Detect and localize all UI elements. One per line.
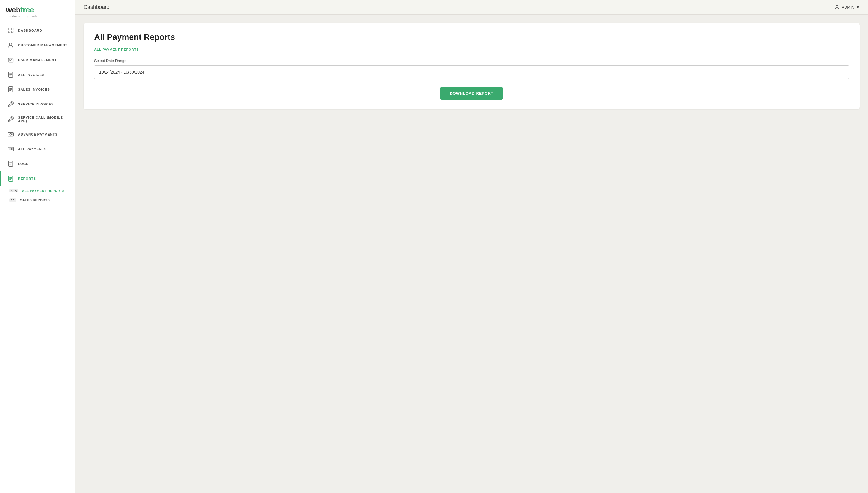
dashboard-icon [7,27,14,34]
svg-rect-1 [11,28,13,30]
svg-rect-16 [8,132,13,136]
all-payments-icon [7,146,14,152]
service-invoice-icon [7,101,14,107]
topbar: Dashboard ADMIN ▼ [75,0,868,15]
sidebar-sublabel-sr: SALES REPORTS [20,198,50,202]
sidebar-label-user: USER MANAGEMENT [18,58,57,62]
section-label: ALL PAYMENT REPORTS [94,48,849,51]
sidebar-item-user-management[interactable]: USER MANAGEMENT [0,52,75,67]
sub-badge-sr: SR [9,198,16,202]
invoice-icon [7,71,14,78]
download-report-button[interactable]: DOWNLOAD REPORT [440,87,503,100]
download-row: DOWNLOAD REPORT [94,87,849,100]
sidebar-label-reports: REPORTS [18,177,36,180]
svg-point-4 [9,43,12,45]
sidebar-subitem-all-payment-reports[interactable]: APR ALL PAYMENT REPORTS [0,186,75,195]
sidebar-item-service-call[interactable]: SERVICE CALL (MOBILE APP) [0,112,75,127]
card-title: All Payment Reports [94,33,849,42]
svg-point-17 [10,133,12,135]
svg-rect-3 [11,31,13,33]
logo-text: webtree [6,5,34,15]
sidebar-item-all-payments[interactable]: ALL PAYMENTS [0,142,75,156]
customer-icon [7,42,14,48]
logo-tagline: accelerating growth [6,15,69,18]
svg-rect-2 [8,31,10,33]
sidebar-label-sales-invoices: SALES INVOICES [18,88,50,91]
sidebar-label-all-invoices: ALL INVOICES [18,73,45,77]
sidebar-label-customer: CUSTOMER MANAGEMENT [18,43,68,47]
sidebar-label-all-payments: ALL PAYMENTS [18,147,47,151]
sidebar-item-reports[interactable]: REPORTS [0,171,75,186]
form-section: Select Date Range [94,59,849,79]
logo-highlight: tree [20,5,34,14]
svg-point-19 [10,148,12,150]
svg-rect-18 [8,147,13,151]
date-range-label: Select Date Range [94,59,849,63]
admin-label: ADMIN [842,5,854,9]
sidebar-label-advance-payments: ADVANCE PAYMENTS [18,132,58,136]
sidebar-item-dashboard[interactable]: DASHBOARD [0,23,75,38]
svg-rect-5 [8,59,13,62]
admin-caret-icon: ▼ [856,5,860,9]
sidebar-item-all-invoices[interactable]: ALL INVOICES [0,67,75,82]
admin-icon [834,4,840,10]
main-area: Dashboard ADMIN ▼ All Payment Reports AL… [75,0,868,493]
date-range-input[interactable] [94,65,849,79]
admin-menu[interactable]: ADMIN ▼ [834,4,860,10]
sidebar-item-service-invoices[interactable]: SERVICE INVOICES [0,97,75,112]
content-area: All Payment Reports ALL PAYMENT REPORTS … [75,15,868,493]
sales-invoice-icon [7,86,14,93]
payment-reports-card: All Payment Reports ALL PAYMENT REPORTS … [84,23,860,109]
sidebar-label-logs: LOGS [18,162,29,166]
svg-rect-0 [8,28,10,30]
sidebar-sublabel-apr: ALL PAYMENT REPORTS [22,189,65,192]
sidebar-label-service-invoices: SERVICE INVOICES [18,103,54,106]
svg-point-28 [836,5,838,7]
topbar-title: Dashboard [84,4,110,10]
sidebar-item-sales-invoices[interactable]: SALES INVOICES [0,82,75,97]
service-call-icon [7,116,14,123]
sidebar-subitem-sales-reports[interactable]: SR SALES REPORTS [0,195,75,205]
logs-icon [7,160,14,167]
sidebar: webtree accelerating growth DASHBOARD CU… [0,0,75,493]
user-icon [7,57,14,63]
sidebar-label-service-call: SERVICE CALL (MOBILE APP) [18,116,68,123]
logo-area: webtree accelerating growth [0,0,75,23]
sub-badge-apr: APR [9,189,18,192]
advance-payments-icon [7,131,14,137]
sidebar-item-logs[interactable]: LOGS [0,156,75,171]
sidebar-label-dashboard: DASHBOARD [18,29,42,32]
sidebar-item-advance-payments[interactable]: ADVANCE PAYMENTS [0,127,75,142]
sidebar-item-customer-management[interactable]: CUSTOMER MANAGEMENT [0,38,75,52]
svg-point-6 [9,60,10,61]
reports-icon [7,175,14,182]
